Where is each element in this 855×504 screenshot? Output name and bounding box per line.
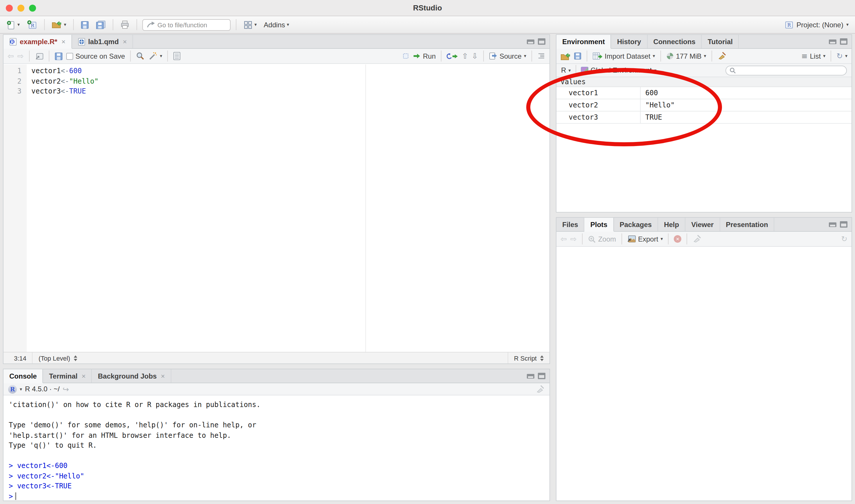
- clear-console-broom-icon[interactable]: [536, 385, 545, 393]
- language-selector[interactable]: R ▾: [561, 66, 571, 74]
- tab-history[interactable]: History: [611, 35, 648, 48]
- panes-layout-button[interactable]: ▾: [242, 19, 259, 31]
- console-command-line: > vector3<-TRUE: [9, 481, 544, 491]
- tab-terminal[interactable]: Terminal ×: [43, 369, 92, 383]
- tab-lab1-qmd[interactable]: lab1.qmd ×: [72, 35, 133, 48]
- close-tab-icon[interactable]: ×: [61, 37, 65, 46]
- print-button[interactable]: [119, 19, 131, 30]
- caret-icon: ▾: [20, 386, 22, 392]
- go-to-previous-section-icon[interactable]: ⇧: [462, 52, 468, 60]
- save-workspace-icon[interactable]: [574, 52, 582, 60]
- next-plot-icon[interactable]: ⇨: [570, 235, 577, 243]
- tab-packages[interactable]: Packages: [614, 218, 658, 231]
- tab-example-r[interactable]: R example.R* ×: [3, 35, 72, 49]
- tab-environment[interactable]: Environment: [556, 35, 611, 49]
- refresh-plots-icon[interactable]: ↻: [841, 235, 848, 243]
- environment-search-input[interactable]: [738, 67, 843, 74]
- remove-plot-icon[interactable]: ×: [674, 235, 681, 243]
- minimize-pane-icon[interactable]: [829, 39, 836, 44]
- zoom-plot-button[interactable]: Zoom: [588, 235, 616, 243]
- addins-button[interactable]: Addins ▾: [262, 19, 291, 30]
- source-button[interactable]: Source ▾: [489, 52, 526, 60]
- console-output-line: Type 'q()' to quit R.: [9, 441, 544, 451]
- caret-icon: ▾: [254, 22, 257, 27]
- open-file-button[interactable]: ▾: [50, 19, 68, 30]
- document-outline-icon[interactable]: [537, 52, 546, 60]
- environment-variable-row[interactable]: vector3 TRUE: [556, 111, 852, 124]
- tab-help[interactable]: Help: [658, 218, 685, 231]
- load-workspace-icon[interactable]: [560, 52, 570, 60]
- source-doc-icon: [489, 52, 497, 60]
- memory-usage-button[interactable]: 177 MiB ▾: [666, 52, 706, 60]
- tab-console[interactable]: Console: [3, 369, 43, 383]
- tab-tutorial[interactable]: Tutorial: [702, 35, 739, 48]
- divider: [660, 51, 661, 61]
- import-dataset-button[interactable]: Import Dataset ▾: [592, 52, 655, 60]
- source-on-save-toggle[interactable]: Source on Save: [66, 52, 125, 60]
- tab-plots[interactable]: Plots: [585, 218, 614, 232]
- window-title: RStudio: [0, 0, 855, 16]
- tab-presentation[interactable]: Presentation: [720, 218, 774, 231]
- environment-pane: Environment History Connections Tutorial…: [556, 34, 852, 213]
- rerun-button[interactable]: [447, 53, 458, 59]
- new-project-button[interactable]: R: [25, 19, 39, 31]
- variable-value: "Hello": [641, 99, 675, 111]
- scope-selector[interactable]: (Top Level): [33, 353, 83, 363]
- refresh-environment-button[interactable]: ↻ ▾: [836, 52, 848, 60]
- code-editor[interactable]: 1 vector1<-600 2 vector2<-"Hello" 3 vect…: [3, 65, 550, 352]
- divider: [49, 51, 49, 61]
- checkbox-icon[interactable]: [66, 53, 73, 59]
- environment-variable-row[interactable]: vector2 "Hello": [556, 99, 852, 111]
- minimize-pane-icon[interactable]: [527, 39, 534, 44]
- clear-objects-broom-icon[interactable]: [717, 52, 727, 60]
- save-all-button[interactable]: [94, 19, 107, 30]
- minimize-pane-icon[interactable]: [527, 374, 534, 378]
- divider: [483, 51, 484, 61]
- goto-file-input[interactable]: [157, 21, 224, 28]
- close-tab-icon[interactable]: ×: [82, 372, 86, 380]
- console-pane: Console Terminal × Background Jobs × R ▾…: [3, 369, 550, 501]
- close-tab-icon[interactable]: ×: [161, 372, 165, 380]
- compile-report-icon[interactable]: [173, 52, 181, 60]
- tab-files[interactable]: Files: [556, 218, 585, 231]
- environment-scope-selector[interactable]: Global Environment ▾: [581, 66, 656, 74]
- save-icon[interactable]: [55, 52, 63, 60]
- code-tools-button[interactable]: ▾: [148, 52, 162, 60]
- maximize-pane-icon[interactable]: [840, 38, 848, 45]
- minimize-pane-icon[interactable]: [829, 222, 836, 227]
- console-prompt-line[interactable]: >: [9, 491, 544, 501]
- close-tab-icon[interactable]: ×: [123, 37, 127, 46]
- popout-icon[interactable]: [35, 52, 43, 60]
- r-logo-icon[interactable]: R: [8, 385, 17, 393]
- tab-background-jobs[interactable]: Background Jobs ×: [92, 369, 171, 383]
- environment-variable-row[interactable]: vector1 600: [556, 87, 852, 99]
- list-view-button[interactable]: ≡ List ▾: [801, 52, 825, 60]
- caret-icon: ▾: [64, 22, 66, 27]
- save-button[interactable]: [79, 19, 91, 30]
- open-in-new-icon[interactable]: ↪: [63, 385, 69, 393]
- back-icon[interactable]: ⇦: [7, 52, 14, 60]
- clear-plots-broom-icon[interactable]: [692, 235, 702, 243]
- tab-connections[interactable]: Connections: [647, 35, 702, 48]
- tab-viewer[interactable]: Viewer: [685, 218, 720, 231]
- save-icon: [81, 21, 89, 29]
- console-output[interactable]: 'citation()' on how to cite R or R packa…: [3, 396, 550, 501]
- svg-text:R: R: [11, 39, 14, 44]
- maximize-pane-icon[interactable]: [538, 373, 546, 379]
- divider: [137, 19, 137, 30]
- project-menu-button[interactable]: R Project: (None) ▾: [783, 19, 850, 30]
- forward-icon[interactable]: ⇨: [17, 52, 24, 60]
- maximize-pane-icon[interactable]: [538, 38, 546, 45]
- divider: [621, 233, 622, 245]
- previous-plot-icon[interactable]: ⇦: [560, 235, 567, 243]
- export-plot-button[interactable]: Export ▾: [627, 235, 663, 243]
- caret-icon: ▾: [654, 68, 656, 73]
- find-replace-icon[interactable]: [136, 52, 145, 60]
- print-margin-line: [366, 65, 366, 352]
- identifier-token: vector2: [31, 77, 61, 85]
- run-button[interactable]: Run: [403, 52, 435, 60]
- document-type-selector[interactable]: R Script: [508, 353, 550, 363]
- new-file-button[interactable]: ▾: [5, 19, 21, 31]
- go-to-next-section-icon[interactable]: ⇩: [471, 52, 478, 60]
- maximize-pane-icon[interactable]: [840, 221, 848, 228]
